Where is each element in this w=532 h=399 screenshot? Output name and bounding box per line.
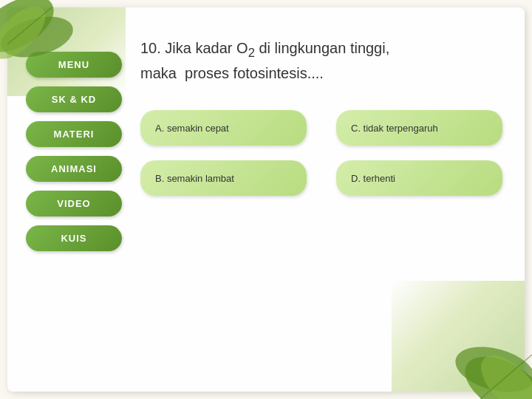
sidebar-item-animasi[interactable]: ANIMASI [26, 156, 122, 182]
sidebar-item-materi[interactable]: MATERI [26, 121, 122, 147]
sidebar: MENU SK & KD MATERI ANIMASI VIDEO KUIS [26, 52, 122, 251]
leaf-icon-bottom-right [429, 303, 532, 399]
sidebar-item-sk-kd[interactable]: SK & KD [26, 86, 122, 112]
page-background: MENU SK & KD MATERI ANIMASI VIDEO KUIS 1… [0, 0, 532, 399]
answer-c[interactable]: C. tidak terpengaruh [336, 110, 502, 146]
answer-a[interactable]: A. semakin cepat [140, 110, 307, 146]
answer-d[interactable]: D. terhenti [336, 160, 502, 196]
sidebar-item-kuis[interactable]: KUIS [26, 225, 122, 251]
answers-grid: A. semakin cepat C. tidak terpengaruh B.… [140, 110, 502, 196]
leaf-icon-top-left [0, 0, 89, 74]
paper-background: MENU SK & KD MATERI ANIMASI VIDEO KUIS 1… [7, 7, 525, 392]
sidebar-item-video[interactable]: VIDEO [26, 191, 122, 216]
question-text: 10. Jika kadar O2 di lingkungan tinggi,m… [140, 37, 502, 84]
answer-b[interactable]: B. semakin lambat [140, 160, 307, 196]
